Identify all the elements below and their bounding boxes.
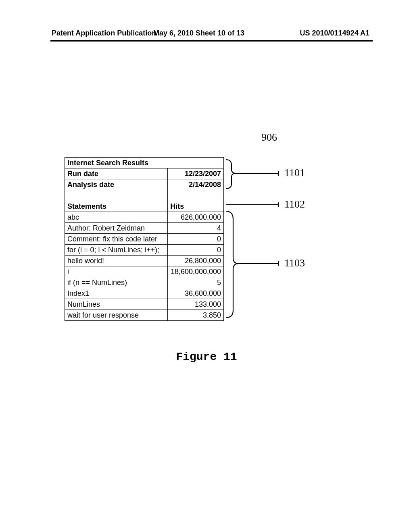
header-docnumber: US 2010/0114924 A1	[300, 29, 369, 37]
spacer-cell	[168, 190, 224, 201]
run-date-value: 12/23/2007	[168, 168, 224, 179]
ref-1103: 1103	[284, 257, 305, 269]
table-row: NumLines133,000	[65, 299, 224, 310]
table-row: i18,600,000,000	[65, 266, 224, 277]
hits-cell: 0	[168, 234, 224, 245]
hits-cell: 5	[168, 277, 224, 288]
ref-1101: 1101	[284, 167, 305, 179]
hits-cell: 626,000,000	[168, 212, 224, 223]
stmt-cell: abc	[65, 212, 168, 223]
figure-caption: Figure 11	[0, 351, 413, 363]
hits-cell: 3,850	[168, 310, 224, 321]
hits-cell: 133,000	[168, 299, 224, 310]
table-row: if (n == NumLines)5	[65, 277, 224, 288]
table-title: Internet Search Results	[65, 158, 224, 168]
stmt-cell: NumLines	[65, 299, 168, 310]
stmt-cell: Index1	[65, 288, 168, 299]
analysis-date-label: Analysis date	[65, 179, 168, 190]
spacer-cell	[65, 190, 168, 201]
stmt-cell: Author: Robert Zeidman	[65, 223, 168, 234]
page: Patent Application Publication May 6, 20…	[0, 0, 413, 532]
header-rule	[50, 40, 373, 42]
table-row: Author: Robert Zeidman4	[65, 223, 224, 234]
ref-906: 906	[261, 131, 277, 143]
stmt-cell: if (n == NumLines)	[65, 277, 168, 288]
ref-1102: 1102	[284, 198, 305, 210]
analysis-date-value: 2/14/2008	[168, 179, 224, 190]
col-statements: Statements	[65, 201, 168, 212]
hits-cell: 18,600,000,000	[168, 266, 224, 277]
table-row: hello world!26,800,000	[65, 256, 224, 266]
table-row: Comment: fix this code later0	[65, 234, 224, 245]
hits-cell: 36,600,000	[168, 288, 224, 299]
table-row: Index136,600,000	[65, 288, 224, 299]
hits-cell: 0	[168, 245, 224, 256]
stmt-cell: i	[65, 266, 168, 277]
stmt-cell: hello world!	[65, 256, 168, 266]
stmt-cell: Comment: fix this code later	[65, 234, 168, 245]
figure-11: Internet Search Results Run date 12/23/2…	[65, 157, 355, 321]
stmt-cell: for (i = 0; i < NumLines; i++);	[65, 245, 168, 256]
header-publication: Patent Application Publication	[52, 29, 156, 37]
table-row: wait for user response3,850	[65, 310, 224, 321]
hits-cell: 26,800,000	[168, 256, 224, 266]
table-row: for (i = 0; i < NumLines; i++);0	[65, 245, 224, 256]
search-results-table: Internet Search Results Run date 12/23/2…	[65, 157, 224, 321]
hits-cell: 4	[168, 223, 224, 234]
col-hits: Hits	[168, 201, 224, 212]
run-date-label: Run date	[65, 168, 168, 179]
stmt-cell: wait for user response	[65, 310, 168, 321]
header-date-sheet: May 6, 2010 Sheet 10 of 13	[153, 29, 244, 37]
table-row: abc626,000,000	[65, 212, 224, 223]
